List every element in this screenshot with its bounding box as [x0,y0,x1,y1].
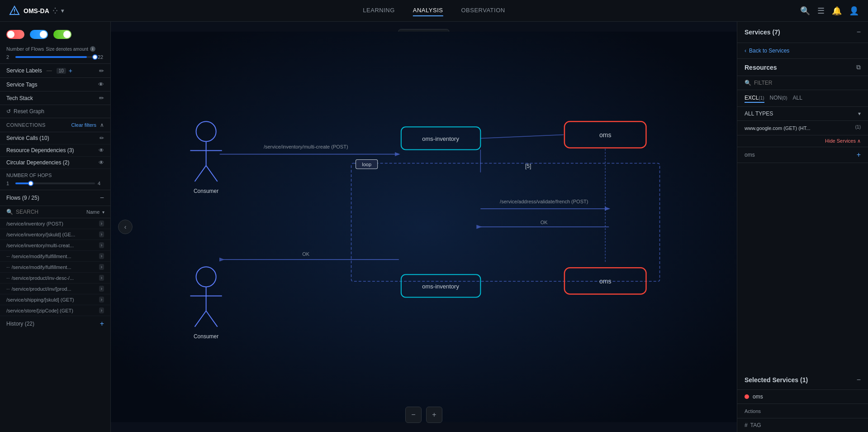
bell-icon[interactable]: 🔔 [832,6,842,16]
path2-label: /service/address/validate/french (POST) [500,199,588,204]
flow-item[interactable]: /service/shipping/[skuld] (GET) › [0,294,110,305]
rs-actions-row: Actions [737,404,868,418]
user-icon[interactable]: 👤 [849,6,859,16]
rs-collapse-icon[interactable]: − [857,28,861,36]
reset-graph-btn[interactable]: ↺ Reset Graph [0,105,110,118]
flow-arrow-icon[interactable]: › [99,253,104,259]
connections-chevron-icon[interactable]: ∧ [100,122,104,128]
flow-dots-icon: ··· [6,265,10,269]
zoom-in-btn[interactable]: + [426,407,442,423]
search-icon[interactable]: 🔍 [800,6,810,16]
rs-tag-label: TAG [750,422,761,428]
circular-deps-eye-icon[interactable]: 👁 [99,159,104,166]
flow-item[interactable]: /service/inventory (POST) › [0,218,110,229]
oms-top: oms [599,131,612,139]
sort-name-btn[interactable]: Name [86,209,100,215]
rs-selected-collapse-icon[interactable]: − [857,376,861,384]
rs-filter-input[interactable] [754,80,861,86]
nav-observation[interactable]: OBSERVATION [461,5,505,16]
flow-item[interactable]: ··· /service/product/inv-desc-/... › [0,273,110,283]
rs-selected-service-item: oms [737,390,868,404]
nav-links: LEARNING ANALYSIS OBSERVATION [363,5,505,16]
app-logo[interactable]: OMS-DA ⁛ ▾ [9,5,64,16]
resource-deps-eye-icon[interactable]: 👁 [99,147,104,154]
flow-item[interactable]: /service/store/[zipCode] (GET) › [0,305,110,316]
zoom-out-btn[interactable]: − [405,407,422,423]
rs-tab-excl[interactable]: EXCL(1) [745,94,764,103]
service-calls-edit-icon[interactable]: ✏ [100,135,104,141]
hops-label: Number of Hops [6,173,104,178]
flow-min-val: 2 [6,54,13,60]
rs-hide-services-btn[interactable]: Hide Services ∧ [825,138,861,144]
ok1-label: OK [541,220,548,225]
toggle-blue[interactable] [30,30,48,39]
history-plus-btn[interactable]: + [100,320,104,328]
menu-icon[interactable]: ☰ [817,6,825,16]
rs-oms-item: oms + [737,147,868,163]
rs-oms-plus-btn[interactable]: + [857,151,861,159]
canvas-left-btn[interactable]: ‹ [118,220,133,234]
flow-arrow-icon[interactable]: › [99,275,104,281]
rs-resources-title: Resources [745,64,777,71]
tech-stack-row[interactable]: Tech Stack ✏ [0,91,110,105]
clear-filters-btn[interactable]: Clear filters [71,122,96,128]
service-tags-row[interactable]: Service Tags 👁 [0,78,110,91]
service-tags-eye-icon[interactable]: 👁 [98,81,104,88]
flow-item[interactable]: ··· /service/product/inv/[prod... › [0,283,110,294]
flow-arrow-icon[interactable]: › [99,307,104,313]
path1-label: /service/inventory/multi-create (POST) [264,144,348,150]
rs-service-dot [745,394,749,399]
service-labels-count: 10 [57,68,66,74]
rs-tab-all[interactable]: ALL [793,94,802,103]
flow-arrow-icon[interactable]: › [99,264,104,270]
flow-arrow-icon[interactable]: › [99,297,104,302]
loop-label: loop [362,162,371,167]
flows-collapse-btn[interactable]: − [100,194,104,202]
search-input[interactable] [16,209,84,215]
info-icon[interactable]: i [90,46,95,52]
flow-item[interactable]: ··· /service/modify/fulfillment... › [0,262,110,273]
canvas-area[interactable]: Export Diagram loop [111,22,737,432]
service-calls-item[interactable]: Service Calls (10) ✏ [0,132,110,144]
consumer-top-label: Consumer [194,188,218,194]
rs-back-btn[interactable]: ‹ Back to Services [737,43,868,59]
flow-arrow-icon[interactable]: › [99,221,104,226]
rs-services-header: Services (7) − [737,22,868,43]
nav-chevron-icon[interactable]: ▾ [61,8,64,14]
history-row: History (22) + [0,316,110,331]
service-labels-row[interactable]: Service Labels — 10 + ✏ [0,64,110,78]
flow-arrow-icon[interactable]: › [99,242,104,248]
rs-copy-icon[interactable]: ⧉ [856,63,861,71]
oms-inventory-top: oms-inventory [422,135,459,142]
flow-item[interactable]: /service/inventory/[skuld] (GE... › [0,229,110,240]
flow-item[interactable]: ··· /service/modify/fulfillment... › [0,251,110,262]
rs-tab-non[interactable]: NON(0) [770,94,787,103]
service-labels-edit-icon[interactable]: ✏ [99,67,104,74]
nav-learning[interactable]: LEARNING [363,5,394,16]
tech-stack-edit-icon[interactable]: ✏ [99,95,104,101]
flow-arrow-icon[interactable]: › [99,286,104,292]
top-nav: OMS-DA ⁛ ▾ LEARNING ANALYSIS OBSERVATION… [0,0,868,22]
rs-tag-hash-icon: # [745,422,748,428]
rs-resources-header: Resources ⧉ [737,59,868,76]
service-labels-plus-icon[interactable]: + [69,67,72,74]
resource-deps-item[interactable]: Resource Dependencies (3) 👁 [0,144,110,157]
nav-analysis[interactable]: ANALYSIS [413,5,443,16]
toggle-red[interactable] [6,30,24,39]
toggle-green[interactable] [53,30,71,39]
rs-all-types-chevron-icon[interactable]: ▾ [858,110,861,117]
back-chevron-icon: ‹ [745,48,746,54]
nav-dots-icon[interactable]: ⁛ [53,8,57,14]
sort-chevron-icon[interactable]: ▾ [102,210,104,215]
hops-slider-track[interactable] [15,182,95,184]
rs-filter-row: 🔍 [737,76,868,90]
rs-resource-item[interactable]: (1) www.google.com (GET) (HT... [737,121,868,135]
flow-arrow-icon[interactable]: › [99,231,104,237]
rs-tabs: EXCL(1) NON(0) ALL [737,90,868,107]
flows-slider-track[interactable] [15,56,95,58]
flow-item[interactable]: /service/inventory/multi-creat... › [0,240,110,251]
circular-deps-item[interactable]: Circular Dependencies (2) 👁 [0,157,110,169]
flows-title: Flows (9 / 25) [6,195,39,201]
hops-section: Number of Hops 1 4 [0,169,110,190]
hops-slider-row: 1 4 [6,181,104,186]
